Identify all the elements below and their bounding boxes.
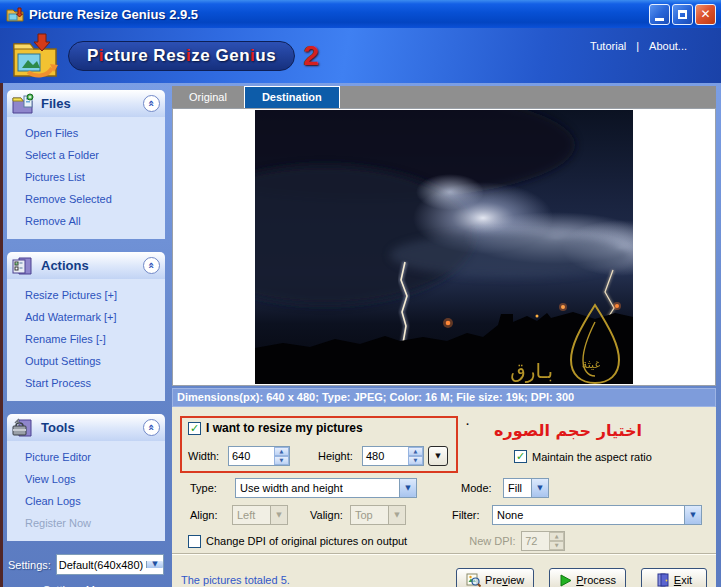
width-value[interactable]: 640 bbox=[229, 447, 274, 465]
drop-arrow-icon: ▼ bbox=[435, 452, 440, 460]
tutorial-link[interactable]: Tutorial bbox=[590, 40, 626, 52]
close-button[interactable]: ✕ bbox=[695, 4, 716, 25]
preview-button[interactable]: Preview bbox=[456, 568, 534, 587]
svg-text:بـارق: بـارق bbox=[510, 359, 553, 383]
aspect-ratio-checkbox[interactable]: ✓ bbox=[514, 450, 527, 463]
mode-label: Mode: bbox=[461, 482, 503, 494]
width-spin-up[interactable]: ▲ bbox=[274, 447, 289, 456]
logo-wordmark: Picture Resize Genius bbox=[68, 41, 295, 71]
sidebar-item-register-now[interactable]: Register Now bbox=[25, 517, 161, 529]
minimize-icon bbox=[655, 18, 664, 21]
tools-icon bbox=[11, 417, 35, 439]
process-icon bbox=[559, 574, 572, 587]
chevron-down-icon: ▼ bbox=[531, 479, 548, 497]
sidebar-item-clean-logs[interactable]: Clean Logs bbox=[25, 495, 161, 507]
mode-select[interactable]: Fill ▼ bbox=[503, 478, 549, 498]
annotation-dot: . bbox=[466, 415, 469, 427]
logo-folder-icon bbox=[8, 32, 62, 80]
spin-down-icon: ▼ bbox=[549, 541, 564, 550]
arabic-annotation: اختيار حجم الصوره bbox=[490, 421, 646, 440]
sidebar-item-output-settings[interactable]: Output Settings bbox=[25, 355, 161, 367]
chevron-down-icon: ▼ bbox=[399, 479, 416, 497]
tab-destination[interactable]: Destination bbox=[244, 86, 340, 108]
width-spinner[interactable]: 640 ▲ ▼ bbox=[228, 446, 290, 466]
main-area: Original Destination bbox=[172, 86, 716, 587]
size-presets-drop-button[interactable]: ▼ bbox=[428, 446, 448, 466]
sidebar-item-add-watermark[interactable]: Add Watermark [+] bbox=[25, 311, 161, 323]
align-value: Left bbox=[233, 506, 270, 524]
sidebar: Files « Open Files Select a Folder Pictu… bbox=[3, 83, 170, 587]
resize-checkbox[interactable]: ✓ bbox=[188, 422, 201, 435]
tools-collapse-button[interactable]: « bbox=[143, 419, 160, 436]
app-window: Picture Resize Genius 2.9.5 ✕ Picture Re… bbox=[0, 0, 721, 587]
spin-up-icon: ▲ bbox=[414, 449, 418, 454]
check-icon: ✓ bbox=[516, 451, 525, 462]
filter-select[interactable]: None ▼ bbox=[492, 505, 702, 525]
settings-label: Settings: bbox=[8, 559, 51, 571]
tools-panel-header[interactable]: Tools « bbox=[7, 414, 165, 441]
tabstrip: Original Destination bbox=[172, 86, 716, 108]
width-label: Width: bbox=[188, 450, 228, 462]
files-collapse-button[interactable]: « bbox=[143, 95, 160, 112]
sidebar-item-select-a-folder[interactable]: Select a Folder bbox=[25, 149, 161, 161]
sidebar-item-remove-selected[interactable]: Remove Selected bbox=[25, 193, 161, 205]
height-spin-up[interactable]: ▲ bbox=[408, 447, 423, 456]
chevron-up-icon: « bbox=[146, 100, 157, 107]
change-dpi-checkbox[interactable] bbox=[188, 535, 201, 548]
preview-icon bbox=[466, 573, 481, 587]
sidebar-item-picture-editor[interactable]: Picture Editor bbox=[25, 451, 161, 463]
filter-label: Filter: bbox=[452, 509, 492, 521]
footer-bar: The pictures totaled 5. Preview bbox=[172, 553, 716, 587]
process-button[interactable]: Process bbox=[549, 568, 626, 587]
window-title: Picture Resize Genius 2.9.5 bbox=[29, 7, 198, 22]
new-dpi-label: New DPI: bbox=[469, 535, 521, 547]
height-label: Height: bbox=[318, 450, 362, 462]
tools-panel-title: Tools bbox=[41, 420, 75, 435]
height-spinner[interactable]: 480 ▲ ▼ bbox=[362, 446, 424, 466]
files-panel-header[interactable]: Files « bbox=[7, 90, 165, 117]
image-panel: غيثة بـارق bbox=[172, 108, 716, 386]
mode-value: Fill bbox=[504, 479, 531, 497]
close-icon: ✕ bbox=[700, 8, 710, 20]
actions-panel-title: Actions bbox=[41, 258, 89, 273]
aspect-ratio-label: Maintain the aspect ratio bbox=[532, 451, 652, 463]
content: Files « Open Files Select a Folder Pictu… bbox=[0, 83, 721, 587]
height-value[interactable]: 480 bbox=[363, 447, 408, 465]
actions-collapse-button[interactable]: « bbox=[143, 257, 160, 274]
sidebar-item-pictures-list[interactable]: Pictures List bbox=[25, 171, 161, 183]
settings-preset-select[interactable]: Default(640x480) ▼ bbox=[56, 554, 164, 575]
sidebar-item-rename-files[interactable]: Rename Files [-] bbox=[25, 333, 161, 345]
maximize-button[interactable] bbox=[672, 4, 693, 25]
actions-panel: Actions « Resize Pictures [+] Add Waterm… bbox=[7, 252, 165, 401]
spin-up-icon: ▲ bbox=[549, 532, 564, 541]
exit-button[interactable]: Exit bbox=[641, 568, 707, 587]
exit-icon bbox=[656, 573, 670, 587]
valign-label: Valign: bbox=[310, 509, 350, 521]
width-spin-down[interactable]: ▼ bbox=[274, 456, 289, 465]
sidebar-item-remove-all[interactable]: Remove All bbox=[25, 215, 161, 227]
version-badge: 2 bbox=[303, 40, 319, 72]
settings-preset-value: Default(640x480) bbox=[57, 559, 146, 571]
actions-panel-header[interactable]: Actions « bbox=[7, 252, 165, 279]
header: Picture Resize Genius 2 Tutorial | About… bbox=[0, 28, 721, 83]
chevron-down-icon: ▼ bbox=[388, 506, 405, 524]
valign-value: Top bbox=[351, 506, 388, 524]
sidebar-item-resize-pictures[interactable]: Resize Pictures [+] bbox=[25, 289, 161, 301]
minimize-button[interactable] bbox=[649, 4, 670, 25]
files-panel-title: Files bbox=[41, 96, 71, 111]
tab-original[interactable]: Original bbox=[172, 86, 244, 108]
align-label: Align: bbox=[190, 509, 232, 521]
tools-panel: Tools « Picture Editor View Logs Clean L… bbox=[7, 414, 165, 541]
type-select[interactable]: Use width and height ▼ bbox=[235, 478, 417, 498]
sidebar-item-view-logs[interactable]: View Logs bbox=[25, 473, 161, 485]
storm-photo: غيثة بـارق bbox=[255, 110, 633, 384]
change-dpi-label: Change DPI of original pictures on outpu… bbox=[206, 535, 407, 547]
sidebar-item-start-process[interactable]: Start Process bbox=[25, 377, 161, 389]
maximize-icon bbox=[678, 10, 687, 19]
actions-icon bbox=[11, 255, 35, 277]
spin-up-icon: ▲ bbox=[280, 449, 284, 454]
sidebar-item-open-files[interactable]: Open Files bbox=[25, 127, 161, 139]
about-link[interactable]: About... bbox=[649, 40, 687, 52]
height-spin-down[interactable]: ▼ bbox=[408, 456, 423, 465]
align-select: Left ▼ bbox=[232, 505, 288, 525]
